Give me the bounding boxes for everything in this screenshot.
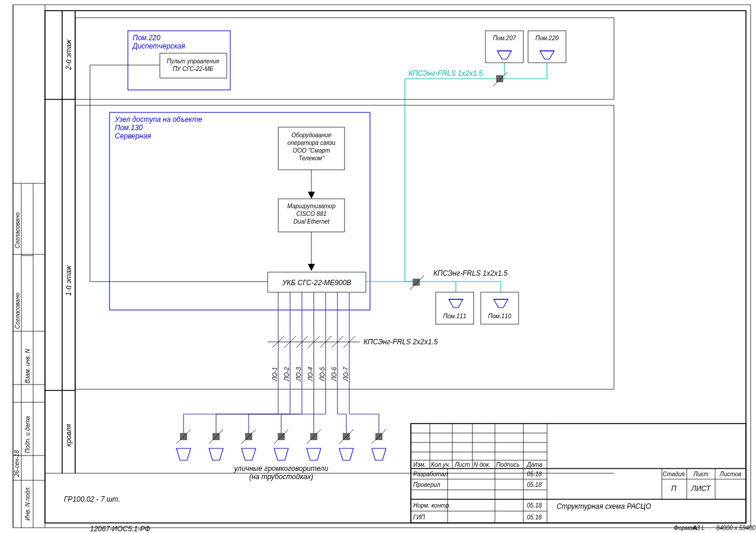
svg-text:05.18: 05.18	[527, 471, 542, 477]
outdoor-speaker	[339, 429, 353, 460]
zone-dispatch-name: Диспетчерская	[131, 42, 185, 50]
inner-border	[45, 11, 746, 523]
svg-text:ЛО-4: ЛО-4	[307, 367, 314, 382]
svg-text:05.18: 05.18	[527, 502, 542, 509]
format-dims: 84000 x 59400	[716, 525, 756, 531]
svg-text:N док.: N док.	[474, 461, 491, 468]
svg-text:ЛО-2: ЛО-2	[284, 367, 290, 382]
svg-text:05.18: 05.18	[527, 514, 542, 521]
svg-text:Стадия: Стадия	[662, 471, 685, 477]
svg-text:УКБ СГС-22-МЕ900В: УКБ СГС-22-МЕ900В	[282, 279, 352, 287]
arrow-icon	[308, 192, 315, 199]
junction-icon	[496, 75, 503, 82]
svg-text:Пом.111: Пом.111	[443, 313, 466, 319]
box-ukb: УКБ СГС-22-МЕ900В	[268, 272, 366, 292]
svg-text:ЛО-5: ЛО-5	[319, 367, 326, 382]
sidebar-strip: Согласовано Согласовано Взам. инв. N Под…	[13, 5, 45, 528]
sidebar-label: Подп. и дата	[24, 416, 31, 453]
svg-text:ГИП: ГИП	[413, 514, 426, 521]
junction-icon	[413, 279, 420, 286]
svg-text:Пом.207: Пом.207	[493, 35, 516, 41]
svg-text:ЛО-1: ЛО-1	[272, 367, 278, 382]
svg-text:Пульт управления: Пульт управления	[167, 58, 220, 64]
outdoor-speaker	[372, 429, 386, 460]
outdoor-speaker	[209, 429, 223, 460]
link-control-ukb	[90, 65, 268, 282]
svg-text:ЛО-7: ЛО-7	[343, 367, 349, 382]
loudspeakers-note-2: (на трубостойках)	[249, 473, 313, 481]
svg-text:Пом.130: Пом.130	[115, 124, 143, 132]
outdoor-speaker	[176, 429, 191, 460]
svg-text:оператора связи: оператора связи	[287, 140, 335, 146]
cable-label-mid: КПСЭнг-FRLS 1x2x1.5	[433, 269, 508, 277]
floor-column: 2-й этаж 1-й этаж кровля	[45, 11, 614, 473]
svg-rect-14	[75, 18, 614, 99]
svg-text:ЛИСТ: ЛИСТ	[691, 484, 712, 493]
svg-text:Серверная: Серверная	[115, 132, 152, 140]
svg-text:05.18: 05.18	[527, 482, 542, 488]
svg-text:Изм.: Изм.	[413, 461, 426, 468]
svg-text:Кол.уч.: Кол.уч.	[431, 461, 451, 468]
zone-dispatch: Пом.220 Диспетчерская Пульт управления П…	[128, 31, 230, 90]
svg-text:Дата: Дата	[526, 461, 543, 468]
horn-icon	[176, 448, 191, 460]
lo-lines: КПСЭнг-FRLS 2x2x1.5 ЛО-1 ЛО-2 ЛО-3 ЛО-4 …	[268, 292, 438, 414]
svg-text:Телеком": Телеком"	[299, 155, 324, 161]
svg-text:ЛО-3: ЛО-3	[295, 367, 302, 382]
box-router: Маршрутизатор CISCO 881 Dual Ethernet	[278, 199, 345, 232]
svg-text:Лист: Лист	[693, 471, 709, 477]
svg-text:Пом.220: Пом.220	[535, 35, 559, 41]
outdoor-speaker	[274, 429, 288, 460]
svg-text:Dual Ethernet: Dual Ethernet	[293, 218, 330, 225]
floor-2-label: 2-й этаж	[65, 39, 73, 70]
sidebar-label: Согласовано	[14, 212, 21, 248]
svg-line-46	[493, 72, 507, 86]
sidebar-label: Инв. N подл.	[24, 486, 31, 521]
speaker-icon	[494, 299, 508, 308]
outdoor-speaker	[242, 429, 256, 460]
roof-speakers: уличные громкоговорители (на трубостойка…	[176, 414, 386, 481]
cable-label-bottom: КПСЭнг-FRLS 2x2x1.5	[363, 338, 438, 346]
svg-text:Пом.110: Пом.110	[488, 313, 511, 319]
speaker-icon	[497, 51, 511, 59]
svg-text:ПУ СГС-22-МЕ: ПУ СГС-22-МЕ	[173, 66, 214, 72]
speakers-floor2: Пом.207 Пом.220 КПСЭнг-FRLS 1x2x1.5	[408, 31, 566, 77]
svg-text:Маршрутизатор: Маршрутизатор	[287, 203, 336, 209]
speaker-box: Пом.111	[436, 292, 474, 324]
drawing-canvas: Согласовано Согласовано Взам. инв. N Под…	[0, 0, 756, 533]
svg-text:Проверил: Проверил	[413, 482, 440, 488]
svg-text:Подпись: Подпись	[496, 461, 520, 468]
sidebar-label: Согласовано	[14, 293, 21, 329]
speaker-box: Пом.207	[485, 31, 523, 63]
note-left: ГР100.02 - 7 шт.	[64, 495, 120, 503]
speaker-icon	[540, 51, 554, 59]
format-value: A3 L	[692, 525, 705, 531]
svg-text:CISCO 881: CISCO 881	[296, 211, 326, 217]
cyan-network: Пом.111 Пом.110 КПСЭнг-FRLS 1x2x1.5	[366, 63, 547, 324]
doc-number: 12067-ИОС5.1-РФ	[90, 525, 150, 533]
drawing-title: Структурная схема РАСЦО	[556, 502, 651, 511]
outdoor-speaker	[307, 429, 321, 460]
floor-1-label: 1-й этаж	[65, 265, 73, 296]
svg-text:Оборудование: Оборудование	[291, 132, 332, 138]
svg-text:Лист: Лист	[454, 461, 470, 468]
zone-dispatch-room: Пом.220	[133, 34, 160, 42]
svg-text:Норм. контр.: Норм. контр.	[413, 502, 451, 509]
svg-text:Разработал: Разработал	[413, 471, 448, 477]
arrow-icon	[308, 264, 315, 271]
svg-text:П: П	[671, 484, 677, 493]
speaker-box: Пом.110	[481, 292, 519, 324]
cable-label-top: КПСЭнг-FRLS 1x2x1.5	[408, 69, 483, 77]
loudspeakers-note-1: уличные громкоговорители	[234, 464, 329, 473]
svg-text:ООО "Смарт: ООО "Смарт	[292, 147, 330, 154]
speaker-icon	[449, 299, 463, 308]
svg-text:Узел доступа на объекте: Узел доступа на объекте	[114, 115, 202, 124]
outer-border	[13, 5, 751, 528]
box-operator: Оборудование оператора связи ООО "Смарт …	[278, 127, 345, 170]
svg-line-45	[410, 276, 424, 290]
sidebar-label: Взам. инв. N	[24, 348, 31, 383]
floor-roof-label: кровля	[65, 424, 73, 447]
svg-text:ЛО-6: ЛО-6	[331, 367, 337, 382]
speaker-box: Пом.220	[528, 31, 566, 63]
sidebar-date: 26-сен-18	[14, 450, 20, 477]
